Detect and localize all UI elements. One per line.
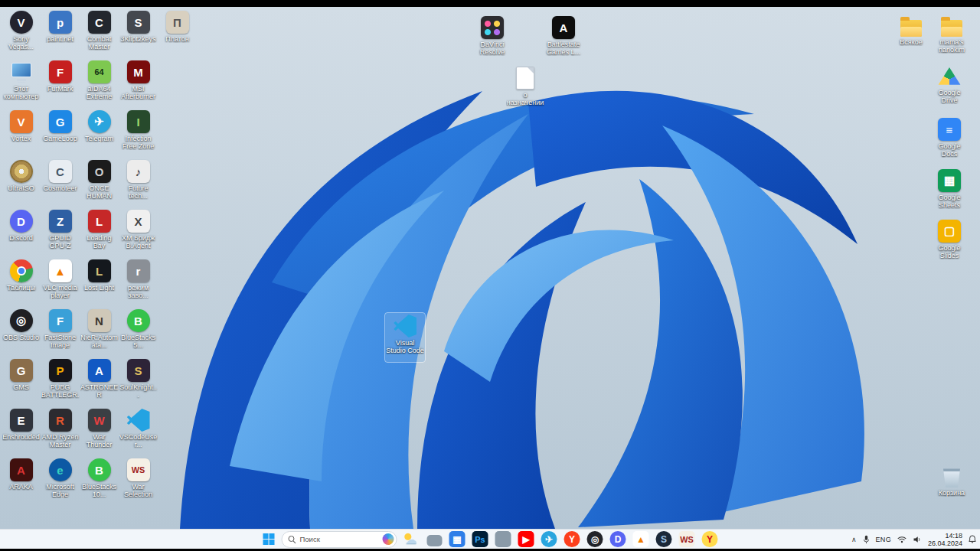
taskbar-app-youtube[interactable]: ▶ bbox=[518, 530, 535, 548]
desktop-icon[interactable]: 64 aIDA64 Extreme bbox=[80, 59, 119, 109]
desktop-icon[interactable]: Z GPUID GPU-Z bbox=[41, 208, 80, 258]
app-icon: ◎ bbox=[10, 309, 33, 332]
taskbar-app-vlc[interactable]: ▲ bbox=[632, 530, 650, 548]
desktop-icon[interactable]: N NieR:Automata... bbox=[80, 308, 119, 357]
search-highlights-icon[interactable] bbox=[383, 533, 394, 545]
microphone-icon[interactable] bbox=[863, 535, 870, 544]
desktop-icon[interactable]: p paint.net bbox=[41, 9, 80, 59]
taskbar-app-steam[interactable]: S bbox=[655, 530, 673, 548]
desktop-icon[interactable]: W War Thunder bbox=[80, 407, 119, 457]
desktop-icon[interactable]: ▢ Google Slides bbox=[929, 218, 969, 267]
desktop-icon[interactable]: Всякое bbox=[891, 15, 931, 64]
taskbar-app-telegram[interactable]: ✈ bbox=[541, 530, 558, 548]
desktop-icon[interactable]: G GMS bbox=[2, 357, 41, 407]
icon-label: DaVinci Resolve bbox=[473, 41, 511, 56]
desktop-icon[interactable]: C Cosmoteer bbox=[41, 158, 80, 208]
desktop-icon[interactable]: S SoulKnight... bbox=[119, 357, 158, 407]
wifi-icon[interactable] bbox=[897, 536, 906, 543]
icon-label: War Selection bbox=[119, 483, 158, 498]
chevron-up-icon[interactable]: ∧ bbox=[851, 536, 857, 543]
icon-label: NieR:Automata... bbox=[80, 334, 119, 349]
desktop-icon[interactable]: E Enshrouded bbox=[2, 407, 41, 457]
desktop-icon[interactable]: ♪ Future tech... bbox=[119, 158, 158, 208]
desktop-icon[interactable]: ✈ Telegram bbox=[80, 109, 119, 158]
desktop-icon[interactable]: UltraISO bbox=[2, 158, 41, 208]
taskbar-app-war-selection[interactable]: WS bbox=[678, 530, 696, 548]
desktop-icon[interactable]: G GameLoop bbox=[41, 109, 80, 158]
taskbar-app-yandex-browser[interactable]: Y bbox=[564, 530, 581, 548]
desktop-icon[interactable]: mama's nanokim bbox=[932, 15, 972, 64]
desktop-icon[interactable]: L Loading Bay bbox=[80, 208, 119, 258]
desktop-icon[interactable]: Корзина bbox=[932, 465, 972, 514]
start-button[interactable] bbox=[262, 532, 276, 546]
desktop-icon[interactable]: R AMD Ryzen Master bbox=[41, 407, 80, 457]
icon-label: PUBG BATTLEGR... bbox=[41, 383, 80, 399]
desktop-icon[interactable]: VSCodeUser... bbox=[119, 407, 158, 457]
desktop-icon[interactable]: P PUBG BATTLEGR... bbox=[41, 357, 80, 407]
taskbar-app-chrome[interactable] bbox=[495, 530, 512, 548]
desktop-icon[interactable]: M MSI Afterburner bbox=[119, 59, 158, 109]
desktop-icon[interactable]: Таблицы bbox=[2, 258, 41, 308]
desktop-icon[interactable]: ▦ Google Sheets bbox=[929, 168, 969, 217]
volume-icon[interactable] bbox=[913, 536, 922, 543]
search-box[interactable]: Поиск bbox=[282, 531, 397, 548]
taskbar-app-discord[interactable]: D bbox=[609, 530, 627, 548]
desktop-icon[interactable]: ≡ Google Docs bbox=[929, 116, 969, 165]
desktop-icon[interactable]: Google Drive bbox=[929, 65, 969, 114]
icon-label: Google Slides bbox=[930, 244, 969, 259]
taskbar-app-file-explorer[interactable] bbox=[426, 530, 443, 548]
desktop-icon[interactable]: V Vortex bbox=[2, 109, 41, 158]
desktop-icon[interactable]: S 3Klipt2keys bbox=[119, 9, 158, 59]
desktop-icon[interactable]: A ARAKA bbox=[2, 457, 41, 507]
icon-label: SoulKnight... bbox=[119, 383, 158, 399]
desktop-icon[interactable]: I Infection Free Zone bbox=[119, 109, 158, 158]
app-icon bbox=[394, 315, 416, 337]
icon-label: mama's nanokim bbox=[933, 38, 971, 54]
taskbar-app-photoshop[interactable]: Ps bbox=[472, 530, 489, 548]
taskbar-app-obs-studio[interactable]: ◎ bbox=[586, 530, 604, 548]
desktop-icon[interactable]: A ASTRONEER bbox=[80, 357, 119, 407]
desktop-icon[interactable]: ▲ VLC media player bbox=[41, 258, 80, 308]
icon-label: Enshrouded bbox=[2, 433, 41, 441]
app-icon: F bbox=[49, 60, 72, 83]
app-icon: M bbox=[127, 60, 150, 83]
notifications-bell-icon[interactable] bbox=[969, 535, 976, 543]
app-icon bbox=[495, 531, 511, 547]
app-icon: L bbox=[88, 259, 111, 282]
icon-label: Этот компьютер bbox=[2, 85, 41, 100]
icon-label: ASTRONEER bbox=[80, 383, 119, 399]
taskbar-app-widgets-weather[interactable]: ☁ bbox=[403, 530, 420, 548]
desktop-icon[interactable]: B BlueStacks 5... bbox=[119, 308, 158, 357]
taskbar-apps: ☁ ▦ Ps ▶ ✈ Y ◎ bbox=[403, 530, 719, 548]
desktop-icon[interactable]: D Discord bbox=[2, 208, 41, 258]
desktop-icon[interactable]: DaVinci Resolve bbox=[472, 15, 512, 64]
desktop-icon[interactable]: A Battlestate Games L... bbox=[544, 15, 583, 64]
desktop-icon[interactable]: ◎ OBS Studio bbox=[2, 308, 41, 357]
app-icon: D bbox=[610, 531, 626, 547]
taskbar-app-yandex-music[interactable]: Y bbox=[701, 530, 719, 548]
desktop-icon[interactable]: L Lost Light bbox=[80, 258, 119, 308]
icon-label: Корзина bbox=[933, 489, 971, 497]
desktop-icon[interactable]: O ONCE HUMAN bbox=[80, 158, 119, 208]
desktop-icon[interactable]: П Платон bbox=[158, 9, 197, 59]
app-icon bbox=[10, 60, 33, 83]
app-icon: r bbox=[127, 259, 150, 282]
desktop-icon[interactable]: Visual Studio Code bbox=[385, 313, 425, 362]
desktop-icon[interactable]: Этот компьютер bbox=[2, 59, 41, 109]
desktop-icon[interactable]: V Sony Vegas... bbox=[2, 9, 41, 59]
desktop-icon[interactable]: F FurMark bbox=[41, 59, 80, 109]
taskbar-app-microsoft-store[interactable]: ▦ bbox=[449, 530, 466, 548]
icon-label: Google Docs bbox=[930, 142, 969, 158]
icon-label: paint.net bbox=[41, 35, 80, 43]
clock[interactable]: 14:18 26.04.2024 bbox=[928, 532, 962, 547]
desktop-icon[interactable]: о назначении bbox=[505, 65, 545, 114]
app-icon bbox=[10, 259, 33, 282]
desktop-icon[interactable]: WS War Selection bbox=[119, 457, 158, 507]
desktop-icon[interactable]: C Combat Master bbox=[80, 9, 119, 59]
language-indicator[interactable]: ENG bbox=[876, 536, 891, 543]
desktop-icon[interactable]: B BlueStacks 10... bbox=[80, 457, 119, 507]
desktop-icon[interactable]: e Microsoft Edge bbox=[41, 457, 80, 507]
desktop-icon[interactable]: Х ХМ Бридж В.Agent bbox=[119, 208, 158, 258]
desktop-icon[interactable]: r режим заво... bbox=[119, 258, 158, 308]
desktop-icon[interactable]: F FastStone Image Viewer bbox=[41, 308, 80, 357]
